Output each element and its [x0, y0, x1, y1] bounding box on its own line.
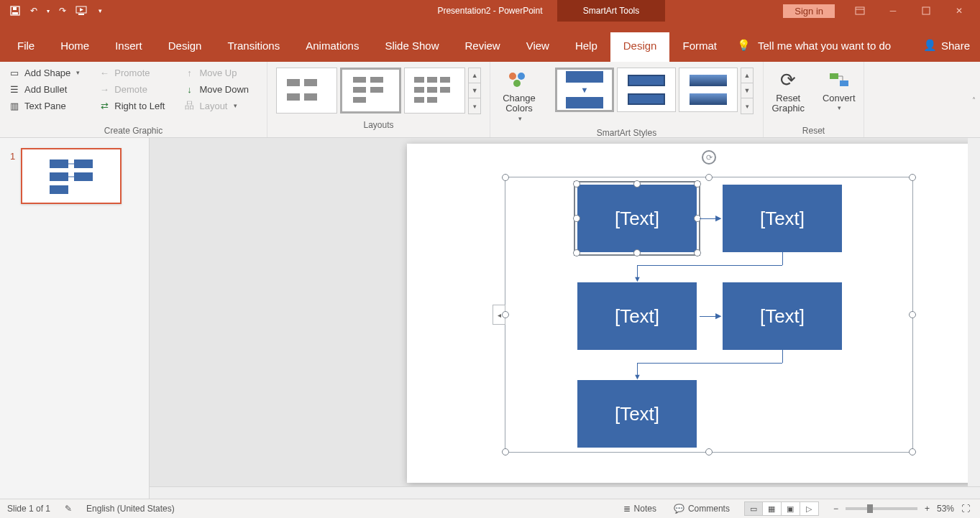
- reading-view-button[interactable]: ▣: [782, 501, 800, 516]
- add-shape-button[interactable]: ▭Add Shape▾: [6, 66, 83, 79]
- convert-button[interactable]: Convert▾: [820, 65, 858, 123]
- zoom-in-button[interactable]: +: [922, 504, 933, 514]
- add-bullet-button[interactable]: ☰Add Bullet: [6, 83, 83, 96]
- fit-to-window-button[interactable]: ⛶: [958, 504, 973, 514]
- text-pane-button[interactable]: ▥Text Pane: [6, 99, 83, 112]
- layout-thumb-2-selected[interactable]: [340, 68, 401, 114]
- tab-design[interactable]: Design: [155, 32, 215, 62]
- node-handle[interactable]: [633, 249, 641, 256]
- slide-canvas[interactable]: ⟳ ◂ [Text]: [150, 138, 980, 499]
- zoom-out-button[interactable]: −: [830, 504, 841, 514]
- tab-transitions[interactable]: Transitions: [214, 32, 293, 62]
- collapse-ribbon-icon[interactable]: ˄: [972, 96, 976, 103]
- language-indicator[interactable]: English (United States): [86, 504, 175, 514]
- smartart-node-5[interactable]: [Text]: [577, 380, 697, 448]
- promote-button[interactable]: ←Promote: [96, 66, 168, 79]
- zoom-slider[interactable]: [846, 507, 917, 510]
- resize-handle-sw[interactable]: [502, 448, 509, 455]
- tab-animations[interactable]: Animations: [293, 32, 372, 62]
- demote-button[interactable]: →Demote: [96, 83, 168, 96]
- maximize-icon[interactable]: [910, 0, 943, 22]
- share-label: Share: [941, 40, 970, 52]
- smartart-node-1[interactable]: [Text]: [577, 185, 697, 252]
- customize-qat-caret[interactable]: ▾: [92, 3, 108, 19]
- ribbon: ▭Add Shape▾ ☰Add Bullet ▥Text Pane ←Prom…: [0, 62, 980, 138]
- smartart-node-4[interactable]: [Text]: [723, 282, 842, 350]
- change-colors-button[interactable]: Change Colors▾: [496, 65, 542, 125]
- spellcheck-icon[interactable]: ✎: [62, 504, 75, 514]
- smartart-node-3[interactable]: [Text]: [577, 282, 697, 350]
- tab-review[interactable]: Review: [452, 32, 513, 62]
- styles-scroll-down[interactable]: ▼: [741, 83, 753, 98]
- reset-graphic-button[interactable]: ⟳ Reset Graphic: [769, 65, 807, 123]
- styles-more[interactable]: ▾: [741, 98, 753, 114]
- right-to-left-button[interactable]: ⇄Right to Left: [96, 99, 168, 112]
- resize-handle-nw[interactable]: [502, 174, 509, 181]
- layouts-scroll-up[interactable]: ▲: [469, 68, 480, 83]
- node-handle[interactable]: [573, 249, 580, 256]
- layouts-more[interactable]: ▾: [469, 98, 480, 114]
- tab-insert[interactable]: Insert: [102, 32, 155, 62]
- tell-me-search[interactable]: 💡 Tell me what you want to do: [730, 32, 904, 62]
- share-button[interactable]: 👤 Share: [923, 39, 970, 52]
- resize-handle-w[interactable]: [502, 311, 509, 318]
- tab-smartart-design[interactable]: Design: [610, 32, 670, 62]
- node-handle[interactable]: [633, 180, 641, 188]
- resize-handle-se[interactable]: [909, 448, 916, 455]
- slide-thumbnails-panel[interactable]: 1: [0, 138, 150, 499]
- document-title: Presentation2: [437, 6, 490, 16]
- slide-sorter-view-button[interactable]: ▦: [763, 501, 782, 516]
- move-up-button[interactable]: ↑Move Up: [180, 66, 252, 79]
- slide-thumb-1[interactable]: [21, 148, 122, 204]
- node-handle[interactable]: [573, 215, 580, 222]
- group-label-layouts: Layouts: [273, 117, 484, 131]
- resize-handle-ne[interactable]: [909, 174, 916, 181]
- style-thumb-1-selected[interactable]: ▼: [555, 68, 614, 112]
- minimize-icon[interactable]: ─: [876, 0, 910, 22]
- sign-in-button[interactable]: Sign in: [783, 4, 835, 18]
- start-from-beginning-icon[interactable]: [73, 3, 89, 19]
- layout-button[interactable]: 品Layout▾: [180, 99, 252, 112]
- ribbon-display-options-icon[interactable]: [843, 0, 876, 22]
- zoom-level[interactable]: 53%: [937, 504, 954, 514]
- tab-view[interactable]: View: [513, 32, 562, 62]
- close-icon[interactable]: ✕: [943, 0, 976, 22]
- tab-home[interactable]: Home: [47, 32, 102, 62]
- redo-icon[interactable]: ↷: [55, 3, 70, 19]
- slide[interactable]: ⟳ ◂ [Text]: [407, 144, 980, 483]
- node-handle[interactable]: [694, 249, 701, 256]
- layouts-scroll-down[interactable]: ▼: [469, 83, 480, 98]
- smartart-container[interactable]: ⟳ ◂ [Text]: [505, 177, 913, 453]
- tab-slideshow[interactable]: Slide Show: [372, 32, 452, 62]
- style-thumb-2[interactable]: [617, 68, 676, 112]
- save-icon[interactable]: [7, 3, 23, 19]
- node-handle[interactable]: [573, 180, 580, 188]
- horizontal-scrollbar[interactable]: [150, 486, 980, 499]
- notes-button[interactable]: ≣Notes: [620, 504, 659, 514]
- smartart-node-2[interactable]: [Text]: [723, 185, 842, 252]
- normal-view-button[interactable]: ▭: [744, 501, 763, 516]
- node-handle[interactable]: [694, 180, 701, 188]
- resize-handle-n[interactable]: [705, 174, 713, 181]
- tab-file[interactable]: File: [0, 32, 47, 62]
- tab-help[interactable]: Help: [562, 32, 610, 62]
- resize-handle-s[interactable]: [705, 448, 713, 455]
- resize-handle-e[interactable]: [909, 311, 916, 318]
- styles-scroll-up[interactable]: ▲: [741, 68, 753, 83]
- undo-menu-caret[interactable]: ▾: [45, 3, 52, 19]
- comments-button[interactable]: 💬Comments: [671, 504, 733, 514]
- layout-thumb-3[interactable]: [404, 68, 465, 114]
- slide-indicator[interactable]: Slide 1 of 1: [7, 504, 50, 514]
- style-thumb-3[interactable]: [679, 68, 738, 112]
- reset-graphic-icon: ⟳: [776, 68, 800, 92]
- zoom-slider-thumb[interactable]: [867, 504, 873, 513]
- vertical-scrollbar[interactable]: [968, 138, 980, 499]
- tab-smartart-format[interactable]: Format: [669, 32, 730, 62]
- move-down-button[interactable]: ↓Move Down: [180, 83, 252, 96]
- undo-icon[interactable]: ↶: [26, 3, 42, 19]
- arrow-right-icon: →: [99, 83, 110, 95]
- layout-thumb-1[interactable]: [276, 68, 337, 114]
- slideshow-view-button[interactable]: ▷: [800, 501, 819, 516]
- title-bar: ↶ ▾ ↷ ▾ Presentation2 - PowerPoint Smart…: [0, 0, 980, 22]
- rotate-handle[interactable]: ⟳: [702, 150, 716, 165]
